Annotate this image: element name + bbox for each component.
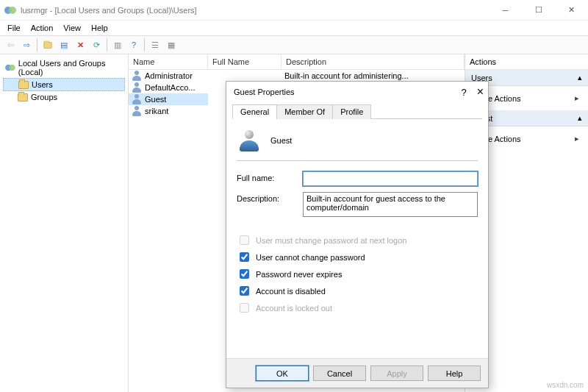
tree-item-users[interactable]: Users <box>3 78 125 91</box>
properties-dialog: Guest Properties ? × General Member Of P… <box>226 81 489 388</box>
checkbox-account-disabled[interactable] <box>240 286 249 296</box>
tab-general[interactable]: General <box>232 104 277 119</box>
checkbox-cannot-change[interactable] <box>240 252 249 262</box>
properties-button[interactable]: ▤ <box>57 38 71 52</box>
toolbar: ⇦ ⇨ ▤ ✕ ⟳ ▥ ? ☰ ▦ <box>0 35 588 54</box>
description-label: Description: <box>237 192 303 203</box>
user-icon <box>132 106 142 116</box>
delete-button[interactable]: ✕ <box>73 38 87 52</box>
export-button[interactable]: ▥ <box>110 38 125 52</box>
user-icon <box>132 94 142 104</box>
ok-button[interactable]: OK <box>256 366 309 381</box>
description-input[interactable]: Built-in account for guest access to the… <box>303 192 478 217</box>
app-icon <box>4 4 16 16</box>
column-description[interactable]: Description <box>282 54 465 69</box>
cancel-button[interactable]: Cancel <box>313 366 366 381</box>
dialog-username: Guest <box>270 136 292 145</box>
fullname-label: Full name: <box>237 171 303 182</box>
menubar: File Action View Help <box>0 21 588 35</box>
user-icon <box>132 71 142 81</box>
close-button[interactable]: ✕ <box>555 0 588 21</box>
checkbox-must-change <box>240 235 249 245</box>
tree-root[interactable]: Local Users and Groups (Local) <box>3 57 125 78</box>
tree-pane: Local Users and Groups (Local) Users Gro… <box>0 54 129 392</box>
menu-file[interactable]: File <box>7 24 21 32</box>
collapse-icon: ▴ <box>578 73 582 82</box>
maximize-button[interactable]: ☐ <box>522 0 555 21</box>
fullname-input[interactable] <box>303 171 478 186</box>
check-account-disabled[interactable]: Account is disabled <box>237 284 478 298</box>
window-titlebar: lusrmgr - [Local Users and Groups (Local… <box>0 0 588 21</box>
tree-root-label: Local Users and Groups (Local) <box>18 59 123 76</box>
check-must-change: User must change password at next logon <box>237 233 478 247</box>
show-hide-tree-button[interactable] <box>40 38 55 52</box>
dialog-title: Guest Properties <box>234 88 295 96</box>
watermark: wsxdn.com <box>547 381 584 389</box>
menu-view[interactable]: View <box>63 24 81 32</box>
check-locked-out: Account is locked out <box>237 301 478 315</box>
folder-icon <box>18 81 29 89</box>
dialog-titlebar: Guest Properties ? × <box>226 82 488 102</box>
apply-button[interactable]: Apply <box>370 366 423 381</box>
dialog-help-button[interactable]: ? <box>461 87 466 98</box>
tab-member-of[interactable]: Member Of <box>276 104 333 119</box>
dialog-body: Guest Full name: Description: Built-in a… <box>226 119 488 358</box>
tree-item-label: Groups <box>31 93 57 101</box>
dialog-close-button[interactable]: × <box>477 85 484 99</box>
check-never-expires[interactable]: Password never expires <box>237 267 478 281</box>
list-header: Name Full Name Description <box>129 54 465 70</box>
dialog-buttons: OK Cancel Apply Help <box>226 358 488 388</box>
help-button[interactable]: Help <box>428 366 481 381</box>
column-name[interactable]: Name <box>129 54 208 69</box>
check-cannot-change[interactable]: User cannot change password <box>237 250 478 264</box>
minimize-button[interactable]: ─ <box>489 0 522 21</box>
tree-item-groups[interactable]: Groups <box>3 91 125 103</box>
tab-profile[interactable]: Profile <box>332 104 371 119</box>
users-groups-icon <box>5 63 15 73</box>
back-button[interactable]: ⇦ <box>3 38 18 52</box>
list-row[interactable]: Administrator Built-in account for admin… <box>129 70 465 82</box>
window-title: lusrmgr - [Local Users and Groups (Local… <box>21 6 197 15</box>
folder-icon <box>18 93 28 101</box>
help-button[interactable]: ? <box>126 38 141 52</box>
menu-help[interactable]: Help <box>91 24 108 32</box>
user-large-icon <box>238 129 260 152</box>
dialog-tabs: General Member Of Profile <box>232 104 482 119</box>
refresh-button[interactable]: ⟳ <box>89 38 104 52</box>
view-list-button[interactable]: ☰ <box>148 38 162 52</box>
tree-item-label: Users <box>32 80 53 89</box>
collapse-icon: ▴ <box>578 113 582 123</box>
checkbox-never-expires[interactable] <box>240 269 249 279</box>
checkbox-locked-out <box>240 303 249 313</box>
view-detail-button[interactable]: ▦ <box>164 38 179 52</box>
menu-action[interactable]: Action <box>31 24 54 32</box>
user-icon <box>132 82 142 93</box>
column-fullname[interactable]: Full Name <box>208 54 282 69</box>
window-controls: ─ ☐ ✕ <box>489 0 588 21</box>
actions-title: Actions <box>465 54 588 70</box>
forward-button[interactable]: ⇨ <box>19 38 34 52</box>
